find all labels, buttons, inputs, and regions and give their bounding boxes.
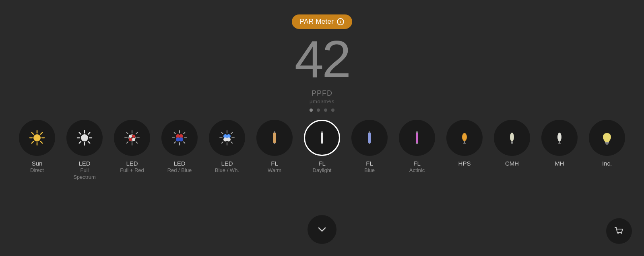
light-sublabel-led-full-spectrum: FullSpectrum [73,167,96,181]
svg-line-54 [222,142,223,143]
svg-point-67 [462,133,467,141]
fl-warm-icon [266,129,283,147]
svg-line-40 [184,142,185,143]
light-item-inc[interactable]: Inc. [585,120,629,167]
light-sublabel-fl-blue: Blue [364,167,375,174]
svg-rect-76 [605,142,609,143]
led-full-spectrum-icon [76,129,93,147]
hps-icon [456,129,473,147]
sun-icon [28,129,46,147]
par-meter-badge[interactable]: PAR Meter i [292,14,353,29]
fl-blue-icon [361,129,378,147]
light-label-fl-blue: FL [366,160,373,167]
light-circle-led-red-blue [161,120,198,156]
led-blue-white-icon [218,129,236,147]
fl-daylight-icon [313,129,331,147]
cart-icon [613,225,625,237]
light-item-led-full-spectrum[interactable]: LED FullSpectrum [62,120,107,181]
dot-4[interactable] [331,109,334,112]
svg-line-41 [184,133,185,134]
svg-rect-77 [605,143,609,144]
light-item-led-red-blue[interactable]: LED Red / Blue [157,120,202,174]
info-icon[interactable]: i [337,18,344,25]
svg-rect-57 [274,143,275,144]
svg-rect-65 [416,131,418,133]
svg-point-21 [129,138,132,141]
cart-button[interactable] [606,218,632,244]
led-full-red-icon [123,129,141,147]
dot-1[interactable] [310,109,313,112]
svg-rect-64 [416,132,418,143]
light-item-cmh[interactable]: CMH [490,120,534,167]
svg-rect-56 [274,131,275,133]
light-item-fl-actinic[interactable]: FL Actinic [395,120,439,174]
light-circle-mh [541,120,578,156]
light-circle-cmh [494,120,530,156]
light-label-cmh: CMH [505,160,519,167]
light-label-hps: HPS [458,160,471,167]
svg-point-73 [557,133,561,141]
svg-line-30 [127,142,128,143]
mh-icon [551,129,568,147]
svg-line-53 [231,133,232,134]
svg-line-6 [41,141,42,143]
svg-point-20 [132,135,135,138]
svg-rect-59 [321,131,323,133]
svg-point-46 [227,137,231,141]
light-label-fl-warm: FL [271,160,278,167]
light-sublabel-led-full-red: Full + Red [120,167,144,174]
svg-rect-69 [463,143,466,144]
light-label-fl-actinic: FL [413,160,421,167]
ppfd-value: 42 [295,33,350,85]
light-circle-led-full-red [114,120,150,156]
light-circle-inc [589,120,625,156]
light-label-led-full-spectrum: LED [78,160,90,167]
light-item-fl-warm[interactable]: FL Warm [252,120,297,174]
svg-rect-62 [369,131,370,133]
light-item-led-blue-white[interactable]: LED Blue / Wh. [205,120,249,174]
led-red-blue-icon [171,129,188,147]
light-item-fl-blue[interactable]: FL Blue [347,120,392,174]
light-item-mh[interactable]: MH [537,120,582,167]
light-circle-led-full-spectrum [66,120,103,156]
light-item-hps[interactable]: HPS [442,120,487,167]
light-circle-fl-warm [256,120,293,156]
svg-line-51 [222,133,223,134]
svg-point-0 [33,134,41,141]
svg-rect-58 [321,132,323,143]
svg-point-80 [621,233,622,234]
svg-line-39 [174,133,175,134]
light-circle-fl-blue [351,120,388,156]
chevron-down-button[interactable] [308,215,336,244]
light-item-led-full-red[interactable]: LED Full + Red [110,120,154,174]
svg-rect-75 [558,143,561,144]
svg-line-14 [79,133,81,134]
light-item-fl-daylight[interactable]: FL Daylight [300,120,344,174]
ppfd-unit: μmol/m²/s [310,98,334,104]
light-sublabel-fl-daylight: Daylight [313,167,332,174]
light-item-sun[interactable]: Sun Direct [15,120,59,174]
svg-point-79 [617,233,619,234]
cmh-icon [503,129,521,147]
light-label-led-full-red: LED [126,160,138,167]
svg-line-29 [136,133,137,134]
svg-line-42 [174,142,175,143]
light-label-mh: MH [555,160,564,167]
svg-rect-66 [416,143,418,144]
svg-rect-60 [321,143,323,144]
light-sublabel-fl-warm: Warm [268,167,281,174]
light-selector: Sun Direct LED FullSpectrum [15,120,629,181]
svg-line-16 [88,133,90,134]
dot-3[interactable] [324,109,327,112]
svg-point-22 [132,138,135,141]
dot-2[interactable] [317,109,320,112]
light-circle-fl-actinic [399,120,435,156]
inc-icon [598,129,616,147]
light-circle-led-blue-white [209,120,245,156]
svg-line-7 [41,133,42,134]
svg-rect-78 [606,144,608,145]
svg-rect-55 [273,132,276,143]
svg-line-17 [79,141,81,143]
page-dots [310,109,334,112]
svg-line-52 [231,142,232,143]
